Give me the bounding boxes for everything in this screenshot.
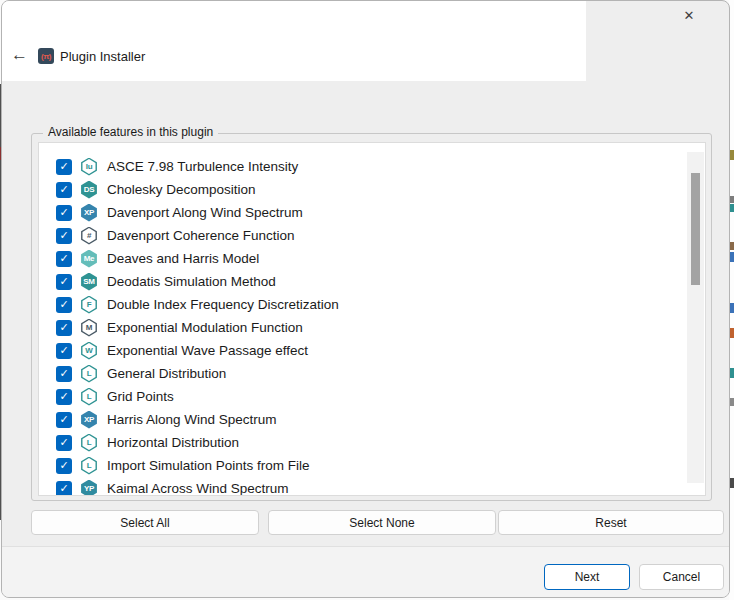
feature-row[interactable]: ✓ L Import Simulation Points from File <box>39 454 705 477</box>
feature-checkbox[interactable]: ✓ <box>56 458 72 474</box>
feature-checkbox[interactable]: ✓ <box>56 182 72 198</box>
checkmark-icon: ✓ <box>59 345 68 356</box>
feature-row[interactable]: ✓ L General Distribution <box>39 362 705 385</box>
feature-row[interactable]: ✓ Me Deaves and Harris Model <box>39 247 705 270</box>
feature-checkbox[interactable]: ✓ <box>56 366 72 382</box>
plugin-installer-app-icon: (π) <box>38 48 54 64</box>
feature-checkbox[interactable]: ✓ <box>56 251 72 267</box>
reset-button[interactable]: Reset <box>498 510 724 535</box>
feature-checkbox[interactable]: ✓ <box>56 435 72 451</box>
feature-hexagon-icon: YP <box>80 480 98 497</box>
checkmark-icon: ✓ <box>59 161 68 172</box>
feature-row[interactable]: ✓ W Exponential Wave Passage effect <box>39 339 705 362</box>
feature-label: General Distribution <box>107 366 226 381</box>
feature-label: ASCE 7.98 Turbulence Intensity <box>107 159 298 174</box>
background-icon-fragment <box>730 242 734 250</box>
feature-hexagon-icon: L <box>80 388 98 406</box>
background-icon-fragment <box>730 368 734 378</box>
checkmark-icon: ✓ <box>59 483 68 494</box>
feature-row[interactable]: ✓ XP Harris Along Wind Spectrum <box>39 408 705 431</box>
feature-row[interactable]: ✓ DS Cholesky Decomposition <box>39 178 705 201</box>
back-arrow-icon[interactable]: ← <box>11 45 28 65</box>
scrollbar-thumb[interactable] <box>691 173 700 285</box>
footer: Next Cancel <box>2 546 729 597</box>
scrollbar[interactable] <box>687 152 704 483</box>
page-title: Plugin Installer <box>60 49 145 64</box>
next-button[interactable]: Next <box>544 564 630 590</box>
checkmark-icon: ✓ <box>59 230 68 241</box>
feature-row[interactable]: ✓ M Exponential Modulation Function <box>39 316 705 339</box>
feature-checkbox[interactable]: ✓ <box>56 159 72 175</box>
checkmark-icon: ✓ <box>59 460 68 471</box>
feature-hexagon-icon: XP <box>80 411 98 429</box>
feature-label: Grid Points <box>107 389 174 404</box>
available-features-groupbox: Available features in this plugin ✓ Iu A… <box>31 133 712 501</box>
screenshot-root: ← (π) Plugin Installer ✕ Available featu… <box>0 0 734 600</box>
checkmark-icon: ✓ <box>59 368 68 379</box>
select-all-button[interactable]: Select All <box>31 510 259 535</box>
feature-label: Kaimal Across Wind Spectrum <box>107 481 289 496</box>
feature-label: Harris Along Wind Spectrum <box>107 412 277 427</box>
background-icon-fragment <box>730 196 734 203</box>
background-icon-fragment <box>730 328 734 338</box>
plugin-installer-dialog: ← (π) Plugin Installer ✕ Available featu… <box>1 0 730 598</box>
background-icon-fragment <box>730 204 734 212</box>
groupbox-label: Available features in this plugin <box>43 125 218 139</box>
checkmark-icon: ✓ <box>59 276 68 287</box>
feature-hexagon-icon: M <box>80 319 98 337</box>
feature-checkbox[interactable]: ✓ <box>56 320 72 336</box>
feature-hexagon-icon: XP <box>80 204 98 222</box>
feature-label: Davenport Coherence Function <box>107 228 295 243</box>
feature-hexagon-icon: W <box>80 342 98 360</box>
checkmark-icon: ✓ <box>59 391 68 402</box>
feature-checkbox[interactable]: ✓ <box>56 297 72 313</box>
feature-row[interactable]: ✓ YP Kaimal Across Wind Spectrum <box>39 477 705 496</box>
feature-hexagon-icon: DS <box>80 181 98 199</box>
checkmark-icon: ✓ <box>59 322 68 333</box>
checkmark-icon: ✓ <box>59 437 68 448</box>
feature-hexagon-icon: L <box>80 457 98 475</box>
feature-row[interactable]: ✓ F Double Index Frequency Discretizatio… <box>39 293 705 316</box>
checkmark-icon: ✓ <box>59 253 68 264</box>
feature-hexagon-icon: Me <box>80 250 98 268</box>
feature-row[interactable]: ✓ Iu ASCE 7.98 Turbulence Intensity <box>39 155 705 178</box>
feature-hexagon-icon: SM <box>80 273 98 291</box>
feature-checkbox[interactable]: ✓ <box>56 412 72 428</box>
feature-label: Deodatis Simulation Method <box>107 274 276 289</box>
feature-label: Double Index Frequency Discretization <box>107 297 339 312</box>
background-icon-fragment <box>730 303 734 313</box>
feature-checkbox[interactable]: ✓ <box>56 481 72 497</box>
feature-checkbox[interactable]: ✓ <box>56 228 72 244</box>
feature-row[interactable]: ✓ L Horizontal Distribution <box>39 431 705 454</box>
dialog-header: ← (π) Plugin Installer <box>2 1 586 81</box>
checkmark-icon: ✓ <box>59 207 68 218</box>
select-none-button[interactable]: Select None <box>268 510 496 535</box>
feature-row[interactable]: ✓ XP Davenport Along Wind Spectrum <box>39 201 705 224</box>
background-icon-fragment <box>730 478 734 488</box>
background-icon-fragment <box>730 252 734 262</box>
checkmark-icon: ✓ <box>59 299 68 310</box>
feature-label: Deaves and Harris Model <box>107 251 259 266</box>
background-icon-fragment <box>730 150 734 160</box>
feature-checkbox[interactable]: ✓ <box>56 274 72 290</box>
feature-row[interactable]: ✓ SM Deodatis Simulation Method <box>39 270 705 293</box>
feature-label: Horizontal Distribution <box>107 435 239 450</box>
feature-label: Cholesky Decomposition <box>107 182 256 197</box>
feature-label: Exponential Modulation Function <box>107 320 303 335</box>
feature-hexagon-icon: L <box>80 434 98 452</box>
feature-checkbox[interactable]: ✓ <box>56 389 72 405</box>
feature-label: Davenport Along Wind Spectrum <box>107 205 303 220</box>
feature-label: Exponential Wave Passage effect <box>107 343 308 358</box>
feature-hexagon-icon: L <box>80 365 98 383</box>
feature-row[interactable]: ✓ # Davenport Coherence Function <box>39 224 705 247</box>
feature-label: Import Simulation Points from File <box>107 458 310 473</box>
feature-hexagon-icon: F <box>80 296 98 314</box>
feature-list[interactable]: ✓ Iu ASCE 7.98 Turbulence Intensity ✓ DS… <box>38 142 706 496</box>
close-icon[interactable]: ✕ <box>680 7 698 25</box>
feature-hexagon-icon: # <box>80 227 98 245</box>
background-icon-fragment <box>730 398 734 406</box>
cancel-button[interactable]: Cancel <box>639 564 724 590</box>
feature-row[interactable]: ✓ L Grid Points <box>39 385 705 408</box>
feature-checkbox[interactable]: ✓ <box>56 205 72 221</box>
feature-checkbox[interactable]: ✓ <box>56 343 72 359</box>
